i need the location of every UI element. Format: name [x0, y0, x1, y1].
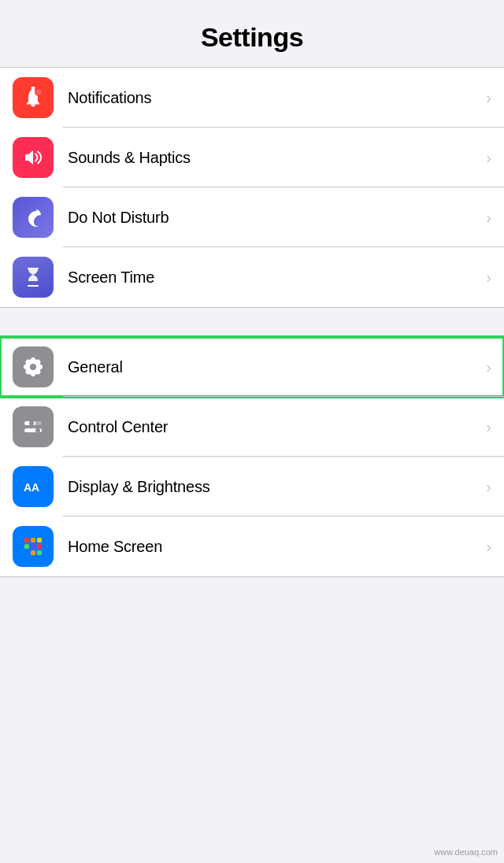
displaybrightness-chevron: › [486, 478, 491, 496]
page-title: Settings [0, 0, 504, 67]
screentime-chevron: › [486, 269, 491, 287]
controlcenter-chevron: › [486, 418, 491, 436]
svg-text:AA: AA [24, 481, 39, 494]
svg-rect-15 [37, 538, 42, 543]
controlcenter-icon [13, 406, 54, 447]
svg-rect-13 [24, 538, 29, 543]
displaybrightness-icon: AA [13, 466, 54, 507]
svg-point-2 [36, 90, 42, 95]
general-icon [13, 346, 54, 387]
sounds-label: Sounds & Haptics [68, 149, 480, 167]
svg-rect-19 [24, 550, 29, 555]
homescreen-label: Home Screen [68, 538, 480, 556]
controlcenter-row[interactable]: Control Center › [0, 397, 504, 457]
svg-rect-0 [32, 87, 35, 89]
homescreen-icon [13, 526, 54, 567]
sounds-chevron: › [486, 149, 491, 167]
svg-rect-4 [28, 268, 39, 269]
svg-rect-20 [31, 550, 35, 555]
donotdisturb-icon [13, 197, 54, 238]
controlcenter-label: Control Center [68, 418, 480, 436]
sounds-row[interactable]: Sounds & Haptics › [0, 128, 504, 187]
svg-point-6 [30, 364, 36, 370]
sounds-icon [13, 137, 54, 178]
svg-rect-14 [31, 538, 35, 543]
screentime-row[interactable]: Screen Time › [0, 247, 504, 307]
screentime-icon [13, 257, 54, 298]
svg-point-9 [29, 421, 34, 426]
watermark: www.deuaq.com [434, 847, 498, 857]
donotdisturb-row[interactable]: Do Not Disturb › [0, 187, 504, 247]
svg-marker-3 [25, 150, 33, 165]
notifications-row[interactable]: Notifications › [0, 68, 504, 128]
general-chevron: › [486, 358, 491, 376]
homescreen-chevron: › [486, 538, 491, 556]
notifications-chevron: › [486, 89, 491, 107]
svg-rect-16 [24, 544, 29, 549]
notifications-icon [13, 77, 54, 118]
displaybrightness-row[interactable]: AA Display & Brightness › [0, 457, 504, 517]
general-label: General [68, 358, 480, 376]
settings-group-1: Notifications › Sounds & Haptics › Do No… [0, 67, 504, 308]
general-row[interactable]: General › [0, 337, 504, 397]
notifications-label: Notifications [68, 89, 480, 107]
svg-point-11 [35, 428, 40, 433]
donotdisturb-chevron: › [486, 209, 491, 227]
svg-rect-21 [37, 550, 42, 555]
displaybrightness-label: Display & Brightness [68, 478, 480, 496]
svg-rect-18 [37, 544, 42, 549]
svg-rect-17 [31, 544, 35, 549]
settings-group-2: General › Control Center › AA Display & … [0, 336, 504, 577]
homescreen-row[interactable]: Home Screen › [0, 517, 504, 576]
svg-rect-5 [28, 285, 39, 287]
screentime-label: Screen Time [68, 269, 480, 287]
donotdisturb-label: Do Not Disturb [68, 209, 480, 227]
